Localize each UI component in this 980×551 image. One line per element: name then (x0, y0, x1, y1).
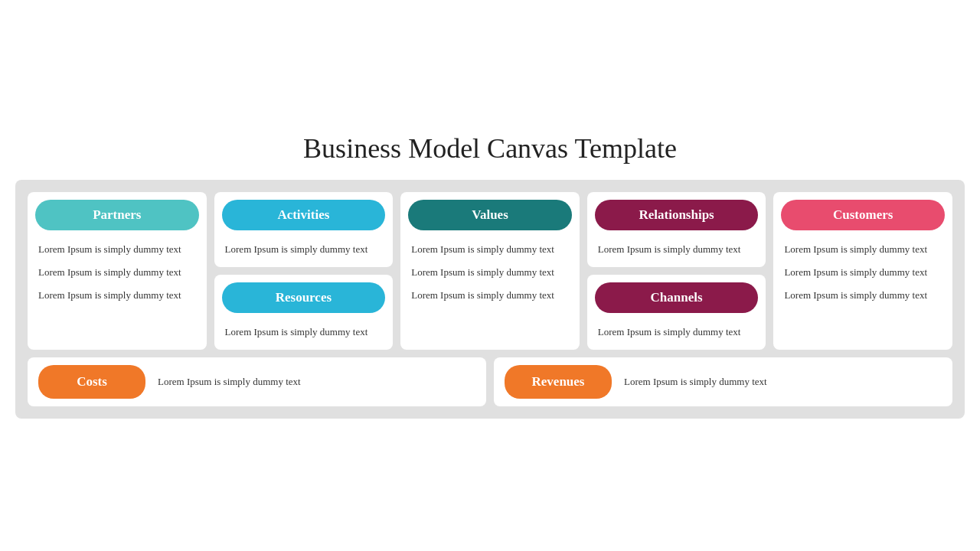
page-wrapper: Business Model Canvas Template Partners … (15, 132, 965, 419)
col-activities-resources: Activities Lorem Ipsum is simply dummy t… (214, 192, 394, 350)
customers-header: Customers (781, 200, 945, 230)
values-text-2: Lorem Ipsum is simply dummy text (411, 266, 569, 279)
partners-header: Partners (35, 200, 199, 230)
card-partners: Partners Lorem Ipsum is simply dummy tex… (28, 192, 207, 350)
relationships-header: Relationships (595, 200, 759, 230)
revenues-text: Lorem Ipsum is simply dummy text (624, 376, 767, 388)
col-relationships-channels: Relationships Lorem Ipsum is simply dumm… (587, 192, 766, 350)
channels-body: Lorem Ipsum is simply dummy text (587, 319, 766, 350)
card-resources: Resources Lorem Ipsum is simply dummy te… (214, 275, 394, 350)
resources-body: Lorem Ipsum is simply dummy text (214, 319, 394, 350)
card-activities: Activities Lorem Ipsum is simply dummy t… (214, 192, 394, 267)
page-title: Business Model Canvas Template (15, 132, 965, 165)
card-channels: Channels Lorem Ipsum is simply dummy tex… (587, 275, 766, 350)
activities-text-1: Lorem Ipsum is simply dummy text (225, 243, 383, 256)
costs-text: Lorem Ipsum is simply dummy text (158, 376, 301, 388)
canvas-container: Partners Lorem Ipsum is simply dummy tex… (15, 180, 965, 419)
activities-body: Lorem Ipsum is simply dummy text (214, 236, 394, 267)
col-partners: Partners Lorem Ipsum is simply dummy tex… (28, 192, 207, 350)
bottom-bar: Costs Lorem Ipsum is simply dummy text R… (28, 357, 952, 406)
card-values: Values Lorem Ipsum is simply dummy text … (400, 192, 580, 350)
customers-text-1: Lorem Ipsum is simply dummy text (784, 243, 942, 256)
customers-text-2: Lorem Ipsum is simply dummy text (784, 266, 942, 279)
revenues-label: Revenues (505, 365, 612, 399)
relationships-text-1: Lorem Ipsum is simply dummy text (598, 243, 756, 256)
values-text-3: Lorem Ipsum is simply dummy text (411, 289, 569, 302)
channels-header: Channels (595, 282, 759, 313)
customers-text-3: Lorem Ipsum is simply dummy text (784, 289, 942, 302)
resources-text-1: Lorem Ipsum is simply dummy text (225, 325, 383, 339)
card-relationships: Relationships Lorem Ipsum is simply dumm… (587, 192, 766, 267)
values-text-1: Lorem Ipsum is simply dummy text (411, 243, 569, 256)
col-customers: Customers Lorem Ipsum is simply dummy te… (773, 192, 952, 350)
costs-label: Costs (38, 365, 145, 399)
top-section: Partners Lorem Ipsum is simply dummy tex… (28, 192, 952, 350)
costs-card: Costs Lorem Ipsum is simply dummy text (28, 357, 486, 406)
partners-text-3: Lorem Ipsum is simply dummy text (38, 289, 196, 302)
values-header: Values (408, 200, 572, 230)
partners-text-1: Lorem Ipsum is simply dummy text (38, 243, 196, 256)
relationships-body: Lorem Ipsum is simply dummy text (587, 236, 766, 267)
values-body: Lorem Ipsum is simply dummy text Lorem I… (400, 236, 580, 350)
col-values: Values Lorem Ipsum is simply dummy text … (400, 192, 580, 350)
revenues-card: Revenues Lorem Ipsum is simply dummy tex… (494, 357, 952, 406)
customers-body: Lorem Ipsum is simply dummy text Lorem I… (773, 236, 952, 350)
partners-body: Lorem Ipsum is simply dummy text Lorem I… (28, 236, 207, 350)
activities-header: Activities (222, 200, 386, 230)
card-customers: Customers Lorem Ipsum is simply dummy te… (773, 192, 952, 350)
partners-text-2: Lorem Ipsum is simply dummy text (38, 266, 196, 279)
resources-header: Resources (222, 282, 386, 313)
channels-text-1: Lorem Ipsum is simply dummy text (598, 325, 756, 339)
